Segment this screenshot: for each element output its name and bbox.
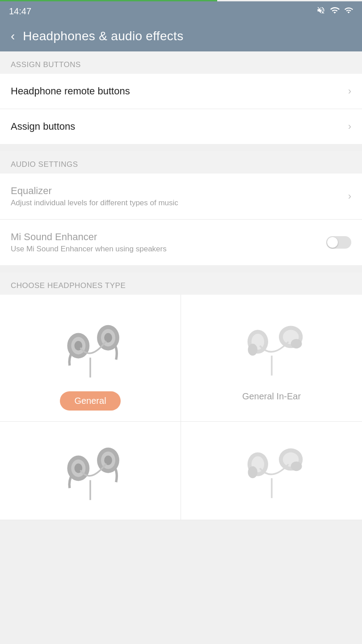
headphone-label-general: General (60, 391, 120, 411)
mi-sound-enhancer-title: Mi Sound Enhancer (11, 231, 326, 243)
status-time: 14:47 (9, 6, 31, 17)
equalizer-chevron: › (348, 191, 351, 202)
audio-settings-group: Equalizer Adjust individual levels for d… (0, 174, 362, 265)
wifi-icon (330, 5, 340, 17)
page-title: Headphones & audio effects (23, 29, 183, 43)
equalizer-subtitle: Adjust individual levels for different t… (11, 199, 343, 208)
equalizer-item[interactable]: Equalizer Adjust individual levels for d… (0, 174, 362, 220)
headphone-image-general (46, 305, 135, 386)
svg-point-11 (290, 339, 302, 348)
assign-buttons-section-label: ASSIGN BUTTONS (0, 51, 362, 74)
headphone-image-type4 (227, 432, 316, 504)
headphone-cell-type3[interactable] (0, 422, 181, 520)
mi-sound-enhancer-subtitle: Use Mi Sound Enhancer when using speaker… (11, 245, 326, 254)
svg-point-20 (248, 466, 257, 479)
audio-settings-section-label: AUDIO SETTINGS (0, 151, 362, 174)
assign-buttons-item[interactable]: Assign buttons › (0, 109, 362, 144)
equalizer-title: Equalizer (11, 185, 343, 197)
choose-headphones-section-label: CHOOSE HEADPHONES TYPE (0, 272, 362, 295)
back-button[interactable]: ‹ (11, 30, 15, 42)
headphone-cell-type4[interactable] (181, 422, 362, 520)
headphones-grid: General General In-Ear (0, 295, 362, 520)
headphone-remote-buttons-item[interactable]: Headphone remote buttons › (0, 74, 362, 109)
svg-point-23 (290, 462, 302, 471)
mi-sound-enhancer-toggle[interactable] (326, 236, 351, 249)
status-icons (316, 5, 353, 17)
headphone-remote-buttons-title: Headphone remote buttons (11, 85, 343, 97)
assign-buttons-chevron: › (348, 121, 351, 132)
signal-icon (344, 6, 353, 17)
separator-1 (0, 144, 362, 151)
mi-sound-enhancer-item[interactable]: Mi Sound Enhancer Use Mi Sound Enhancer … (0, 220, 362, 265)
headphone-label-general-in-ear: General In-Ear (242, 391, 301, 402)
svg-point-8 (248, 344, 257, 356)
assign-buttons-group: Headphone remote buttons › Assign button… (0, 74, 362, 144)
headphone-cell-general-in-ear[interactable]: General In-Ear (181, 295, 362, 422)
assign-buttons-title: Assign buttons (11, 121, 343, 132)
toggle-knob (327, 237, 338, 248)
headphone-cell-general[interactable]: General (0, 295, 181, 422)
status-bar: 14:47 (0, 1, 362, 21)
headphone-remote-buttons-chevron: › (348, 85, 351, 97)
mute-icon (316, 6, 325, 17)
headphone-image-type3 (46, 432, 135, 504)
page-header: ‹ Headphones & audio effects (0, 21, 362, 51)
separator-2 (0, 265, 362, 272)
headphone-image-general-in-ear (227, 305, 316, 386)
